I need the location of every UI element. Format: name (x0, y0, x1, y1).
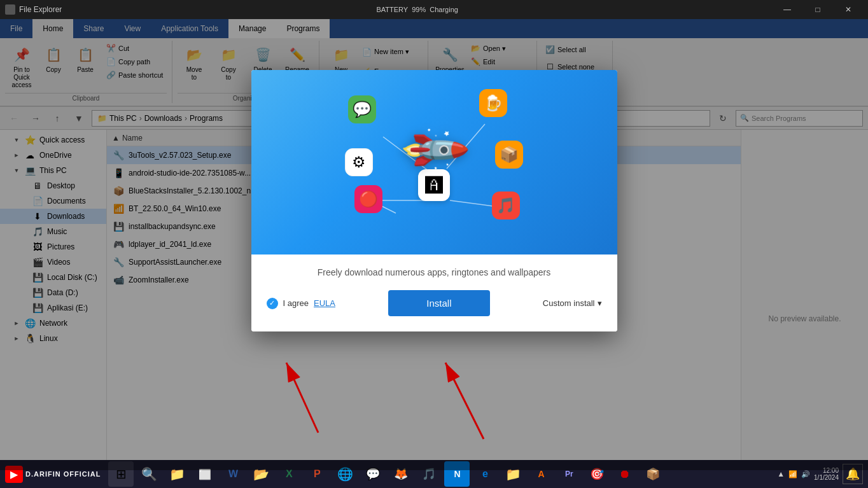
floating-app-icon-5: 📦 (495, 141, 523, 169)
modal-overlay: ✕ 💬 🍺 🔴 🎵 📦 ⚙ (0, 19, 868, 470)
eula-checkbox[interactable]: ✓ (267, 298, 278, 309)
custom-install-chevron: ▾ (598, 298, 602, 308)
modal-tagline: Freely download numerous apps, ringtones… (267, 267, 602, 277)
title-bar: File Explorer BATTERY 99% Charging — □ ✕ (0, 0, 868, 19)
install-modal: ✕ 💬 🍺 🔴 🎵 📦 ⚙ (251, 70, 617, 331)
floating-app-icon-2: 🍺 (479, 89, 507, 117)
window-controls: — □ ✕ (773, 0, 863, 19)
custom-install-button[interactable]: Custom install ▾ (543, 298, 602, 308)
svg-line-3 (450, 200, 498, 207)
title-bar-text: File Explorer (19, 5, 62, 14)
tray-wifi-icon: 📶 (788, 470, 797, 478)
channel-name: D.ARIFIN OFFICIAL (25, 470, 101, 478)
floating-app-icon-3: 🔴 (354, 185, 382, 213)
rocket-center: 🚀 🅰 (407, 123, 462, 201)
maximize-button[interactable]: □ (803, 0, 832, 19)
rocket-illustration: 💬 🍺 🔴 🎵 📦 ⚙ 🚀 🅰 (345, 86, 523, 239)
eula-link[interactable]: EULA (314, 298, 335, 308)
modal-header: 💬 🍺 🔴 🎵 📦 ⚙ 🚀 🅰 (251, 70, 617, 254)
file-explorer-logo-icon (5, 4, 15, 15)
date-display: 1/1/2024 (814, 474, 839, 481)
tray-arrow-up[interactable]: ▲ (777, 470, 785, 478)
charging-label: Charging (430, 6, 458, 13)
floating-app-icon-1: 💬 (348, 95, 376, 123)
modal-body: Freely download numerous apps, ringtones… (251, 254, 617, 331)
rocket-emoji: 🚀 (396, 111, 472, 188)
battery-pct: 99% (412, 6, 426, 13)
modal-actions: ✓ I agree EULA Install Custom install ▾ (267, 290, 602, 316)
eula-section: ✓ I agree EULA (267, 298, 335, 309)
title-bar-left: File Explorer (5, 4, 62, 15)
floating-app-icon-6: ⚙ (345, 148, 373, 176)
install-button[interactable]: Install (388, 290, 489, 316)
tray-speaker-icon: 🔊 (801, 470, 810, 478)
tray-icons: ▲ 📶 🔊 (777, 470, 810, 478)
i-agree-text: I agree (283, 298, 309, 308)
minimize-button[interactable]: — (773, 0, 802, 19)
battery-info: BATTERY 99% Charging (376, 6, 458, 13)
close-button[interactable]: ✕ (834, 0, 863, 19)
battery-label: BATTERY (376, 6, 408, 13)
custom-install-label: Custom install (543, 298, 595, 308)
floating-app-icon-4: 🎵 (492, 192, 520, 220)
